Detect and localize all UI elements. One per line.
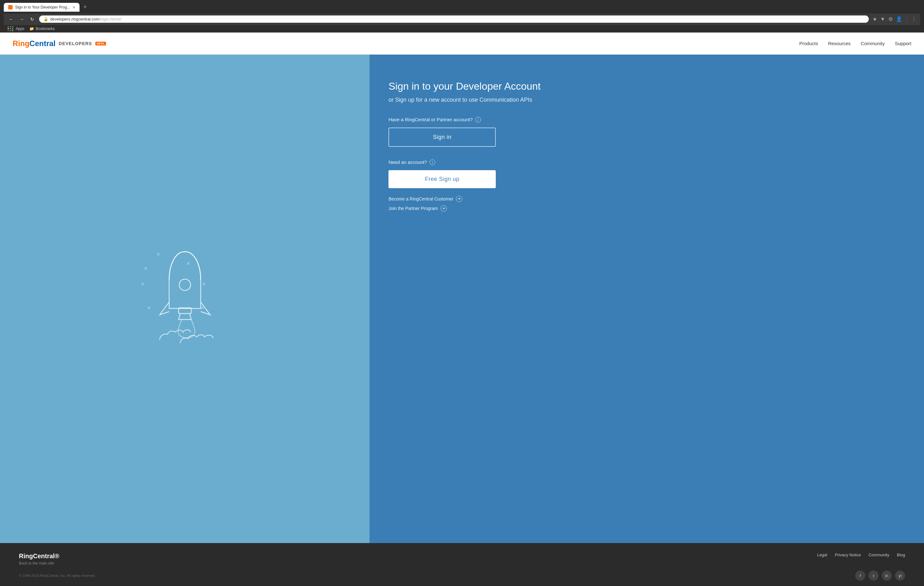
twitter-icon[interactable]: t [868,571,879,581]
rocket-svg [150,239,219,359]
youtube-icon[interactable]: yt [895,571,905,581]
nav-products[interactable]: Products [799,41,818,46]
toolbar-icons: ★ ▼ ⚙ 👤 ⋮ [873,16,916,22]
menu-icon[interactable]: ⋮ [911,16,916,22]
nav-resources[interactable]: Resources [828,41,851,46]
extensions-icon[interactable]: ▼ [880,17,885,22]
footer-logo: RingCentral® [19,553,59,560]
apps-bookmark[interactable]: Apps [8,26,24,31]
nav-support[interactable]: Support [895,41,911,46]
need-account-info-icon[interactable]: i [429,159,435,165]
become-customer-arrow-icon: ➜ [456,196,462,202]
bookmarks-bar: Apps 📁 Bookmarks [4,25,920,33]
join-partner-arrow-icon: ➜ [441,205,447,212]
apps-label: Apps [16,26,24,31]
url-text: developers.ringcentral.com/login.html#/ [50,17,122,22]
footer-top: RingCentral® Back to the main site Legal… [19,553,905,566]
browser-chrome: Sign in to Your Developer Prog... × + ← … [0,0,924,33]
footer-bottom: © 1999-2018 RingCentral, Inc. All rights… [19,571,905,581]
hero-title: Sign in to your Developer Account [388,80,541,93]
footer-brand: RingCentral® Back to the main site [19,553,59,566]
has-account-info-icon[interactable]: i [475,117,481,122]
nav-community[interactable]: Community [861,41,885,46]
tab-title: Sign in to Your Developer Prog... [15,5,70,10]
separator [907,17,907,22]
footer-privacy-link[interactable]: Privacy Notice [835,553,861,557]
page-wrapper: RingCentral DEVELOPERS BETA Products Res… [0,33,924,586]
logo-central: Central [29,39,56,48]
bookmarks-label: Bookmarks [36,26,54,31]
tab-bar: Sign in to Your Developer Prog... × + [4,3,920,12]
signin-button[interactable]: Sign in [388,127,496,147]
join-partner-link[interactable]: Join the Partner Program ➜ [388,205,541,212]
forward-button[interactable]: → [18,16,25,22]
footer-blog-link[interactable]: Blog [897,553,905,557]
profile-icon[interactable]: 👤 [896,16,902,22]
need-account-label: Need an account? i [388,159,541,165]
site-nav: Products Resources Community Support [799,41,911,46]
footer-tagline: Back to the main site [19,561,59,566]
hero-left-panel: ✕ ✕ ✕ ✕ ✕ ✕ ✕ [0,55,370,543]
footer-links: Legal Privacy Notice Community Blog [817,553,905,557]
hero-content: Sign in to your Developer Account or Sig… [388,80,541,215]
apps-grid-icon [8,26,13,31]
logo-developers: DEVELOPERS [59,41,92,46]
free-signup-button[interactable]: Free Sign up [388,170,496,188]
tab-close-button[interactable]: × [73,5,75,10]
hero-section: ✕ ✕ ✕ ✕ ✕ ✕ ✕ [0,55,924,543]
copyright-text: © 1999-2018 RingCentral, Inc. All rights… [19,574,95,578]
svg-point-0 [179,279,191,290]
bookmark-star-icon[interactable]: ★ [873,16,877,22]
site-header: RingCentral DEVELOPERS BETA Products Res… [0,33,924,55]
hero-subtitle: or Sign up for a new account to use Comm… [388,96,541,104]
beta-badge: BETA [95,42,106,45]
settings-icon[interactable]: ⚙ [888,16,893,22]
star-2: ✕ [144,266,148,271]
footer-legal-link[interactable]: Legal [817,553,827,557]
reload-button[interactable]: ↻ [29,16,35,22]
active-tab[interactable]: Sign in to Your Developer Prog... × [4,3,79,12]
facebook-icon[interactable]: f [855,571,865,581]
url-bar[interactable]: 🔒 developers.ringcentral.com/login.html#… [39,15,869,23]
folder-icon: 📁 [29,26,34,31]
logo-text: RingCentral [13,39,56,48]
social-icons: f t in yt [855,571,905,581]
back-button[interactable]: ← [8,16,15,22]
logo-area: RingCentral DEVELOPERS BETA [13,39,106,48]
bookmarks-folder[interactable]: 📁 Bookmarks [29,26,54,31]
hero-right-panel: Sign in to your Developer Account or Sig… [370,55,924,543]
linkedin-icon[interactable]: in [882,571,892,581]
rocket-container: ✕ ✕ ✕ ✕ ✕ ✕ ✕ [141,233,229,365]
footer-community-link[interactable]: Community [868,553,889,557]
logo-ring: Ring [13,39,29,48]
tab-favicon [8,5,13,10]
new-tab-button[interactable]: + [81,3,89,12]
become-customer-link[interactable]: Become a RingCentral Customer ➜ [388,196,541,202]
star-4: ✕ [141,281,145,287]
site-footer: RingCentral® Back to the main site Legal… [0,543,924,586]
has-account-label: Have a RingCentral or Partner account? i [388,117,541,122]
address-bar: ← → ↻ 🔒 developers.ringcentral.com/login… [4,13,920,25]
lock-icon: 🔒 [43,17,48,22]
